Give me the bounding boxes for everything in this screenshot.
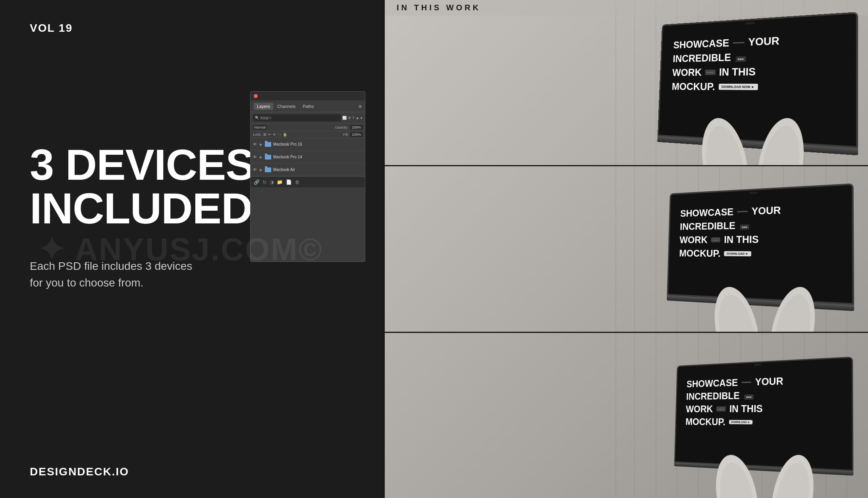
ps-bottom-page-icon[interactable]: 📄 (286, 179, 292, 185)
mockup-cell-2: SHOWCASE YOUR INCREDIBLE ■■■ WORK —— (385, 166, 868, 333)
layer-name-2: Macbook Air (273, 167, 295, 172)
ps-tabs: Layers Channels Paths ≡ (251, 100, 365, 112)
arrow-icon-0[interactable]: ▶ (260, 142, 263, 146)
hands-svg-1 (677, 86, 828, 165)
ps-bottom-delete-icon[interactable]: 🗑 (295, 179, 300, 185)
right-panel: IN THIS WORK SHOWCASE YOUR (384, 0, 868, 498)
hands-svg-3 (697, 429, 832, 498)
mockup-sim-3: SHOWCASE YOUR INCREDIBLE ■■■ WORK —— (385, 333, 868, 498)
ps-lock-row: Lock: ⊠ ✏ ✛ ⬚ 🔒 Fill: 100% (251, 131, 365, 138)
left-panel: VOL 19 3 DEVICES INCLUDED Each PSD file … (0, 0, 381, 498)
layer-name-1: Macbook Pro 14 (273, 155, 302, 159)
ps-close-btn[interactable] (254, 94, 258, 98)
headline-line1: 3 DEVICES INCLUDED (30, 143, 255, 230)
ps-bottom-adjust-icon[interactable]: ◑ (270, 179, 274, 185)
ps-icon-pixel: ● (361, 116, 363, 120)
brand-label: DESIGNDECK.IO (30, 465, 129, 478)
folder-icon-1 (265, 155, 271, 160)
main-headline: 3 DEVICES INCLUDED (30, 143, 255, 230)
ps-lock-label: Lock: (253, 133, 262, 137)
ps-bottom-folder-icon[interactable]: 📁 (277, 179, 283, 185)
ps-opacity-value[interactable]: 100% (350, 125, 363, 130)
tab-channels[interactable]: Channels (274, 103, 299, 110)
ps-lock-icon-move: ✛ (273, 133, 276, 137)
arrow-icon-2[interactable]: ▶ (260, 168, 263, 172)
tab-layers[interactable]: Layers (254, 103, 273, 110)
mockup-sim-2: SHOWCASE YOUR INCREDIBLE ■■■ WORK —— (385, 166, 868, 331)
ps-panel: Layers Channels Paths ≡ 🔍 Kind ▾ ⬜ ⚙ T ▲… (250, 91, 365, 262)
mockup-sim-1: IN THIS WORK SHOWCASE YOUR (385, 0, 868, 165)
ps-lock-icon-brush: ✏ (268, 133, 271, 137)
ps-opacity-label: Opacity: (335, 125, 348, 129)
ps-icon-shape: ▲ (356, 116, 359, 120)
folder-icon-2 (265, 167, 271, 172)
ps-bottom-bar: 🔗 fx ◑ 📁 📄 🗑 (251, 176, 365, 187)
ps-bottom-fx-icon[interactable]: fx (263, 179, 266, 185)
ps-menu-icon[interactable]: ≡ (359, 103, 362, 110)
layer-name-0: Macbook Pro 16 (273, 142, 302, 146)
in-this-work-text: IN THIS WORK (397, 3, 481, 12)
vol-label: VOL 19 (30, 22, 73, 35)
in-this-work-bar: IN THIS WORK (385, 0, 868, 15)
ps-lock-icon-artboard: ⬚ (278, 133, 281, 137)
ps-icon-type: T (352, 116, 355, 120)
ps-lock-icon-lock: 🔒 (283, 133, 287, 137)
layer-item-1[interactable]: 👁 ▶ Macbook Pro 14 (251, 151, 365, 163)
tab-paths[interactable]: Paths (300, 103, 317, 110)
ps-bottom-link-icon[interactable]: 🔗 (254, 179, 260, 185)
screen-content-3: SHOWCASE YOUR INCREDIBLE ■■■ WORK —— (676, 358, 852, 439)
mockup-cell-3: SHOWCASE YOUR INCREDIBLE ■■■ WORK —— (385, 333, 868, 498)
ps-blend-mode[interactable]: Normal (253, 125, 267, 130)
layer-item-0[interactable]: 👁 ▶ Macbook Pro 16 (251, 138, 365, 151)
ps-icon-adjust: ⚙ (348, 116, 351, 120)
ps-toolbar: 🔍 Kind ▾ ⬜ ⚙ T ▲ ● (251, 112, 365, 124)
ps-lock-icon-crosshair: ⊠ (263, 133, 266, 137)
eye-icon-2[interactable]: 👁 (253, 167, 258, 172)
ps-icon-image: ⬜ (342, 116, 347, 120)
sub-text: Each PSD file includes 3 devices for you… (30, 258, 192, 291)
layer-item-2[interactable]: 👁 ▶ Macbook Air (251, 163, 365, 176)
ps-search-text: Kind (260, 116, 268, 120)
ps-fill-value[interactable]: 100% (350, 132, 363, 137)
ps-layer-list: 👁 ▶ Macbook Pro 16 👁 ▶ Macbook Pro 14 👁 … (251, 138, 365, 176)
ps-options-row: Normal Opacity: 100% (251, 124, 365, 131)
mockup-cell-1: IN THIS WORK SHOWCASE YOUR (385, 0, 868, 166)
ps-search-bar[interactable]: 🔍 Kind ▾ (253, 114, 341, 121)
eye-icon-1[interactable]: 👁 (253, 155, 258, 159)
folder-icon-0 (265, 142, 271, 147)
arrow-icon-1[interactable]: ▶ (260, 155, 263, 159)
ps-titlebar (251, 92, 365, 100)
ps-fill-label: Fill: (343, 133, 349, 137)
hands-svg-2 (693, 256, 836, 332)
eye-icon-0[interactable]: 👁 (253, 142, 258, 146)
laptop-notch-3 (754, 363, 761, 366)
